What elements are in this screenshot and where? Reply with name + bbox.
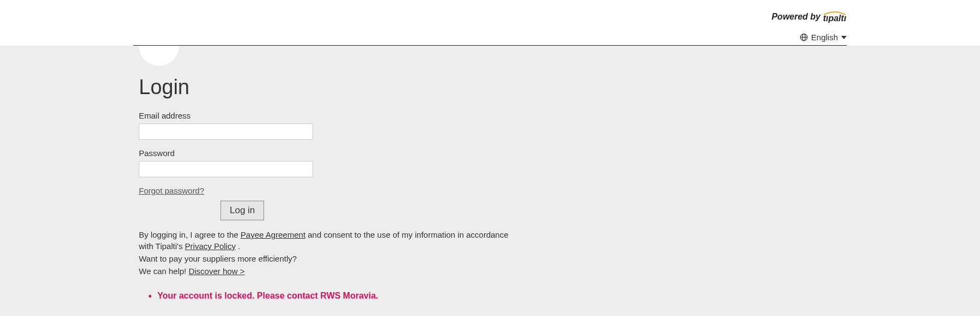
email-input[interactable] — [139, 123, 313, 140]
globe-icon — [800, 33, 808, 41]
avatar-placeholder — [139, 46, 179, 66]
error-list: Your account is locked. Please contact R… — [139, 291, 520, 301]
account-locked-error: Your account is locked. Please contact R… — [157, 291, 520, 301]
content-wrap: Login Email address Password Forgot pass… — [0, 46, 980, 316]
password-input[interactable] — [139, 161, 313, 177]
login-button[interactable]: Log in — [220, 201, 264, 220]
language-label: English — [811, 33, 838, 42]
language-selector[interactable]: English — [800, 33, 847, 42]
suppliers-line: Want to pay your suppliers more efficien… — [139, 253, 520, 264]
language-bar: English — [0, 28, 980, 45]
email-label: Email address — [139, 111, 520, 120]
page-title: Login — [139, 76, 841, 99]
legal-suffix: . — [238, 241, 240, 251]
powered-by-text: Powered by — [771, 12, 820, 22]
help-prefix: We can help! — [139, 267, 188, 276]
discover-how-link[interactable]: Discover how > — [188, 267, 244, 276]
top-bar: Powered by tıpaltı — [0, 0, 980, 28]
password-label: Password — [139, 148, 520, 158]
legal-prefix: By logging in, I agree to the — [139, 230, 241, 239]
privacy-policy-link[interactable]: Privacy Policy — [185, 241, 236, 251]
powered-by-label: Powered by tıpaltı — [771, 11, 847, 23]
caret-down-icon — [841, 36, 847, 39]
brand-logo: tıpaltı — [823, 11, 847, 23]
legal-consent: By logging in, I agree to the Payee Agre… — [139, 229, 520, 252]
help-line: We can help! Discover how > — [139, 265, 520, 277]
forgot-password-link[interactable]: Forgot password? — [139, 186, 204, 195]
login-form: Email address Password Forgot password? … — [139, 111, 520, 301]
brand-name: tıpaltı — [823, 14, 847, 23]
payee-agreement-link[interactable]: Payee Agreement — [241, 230, 305, 239]
